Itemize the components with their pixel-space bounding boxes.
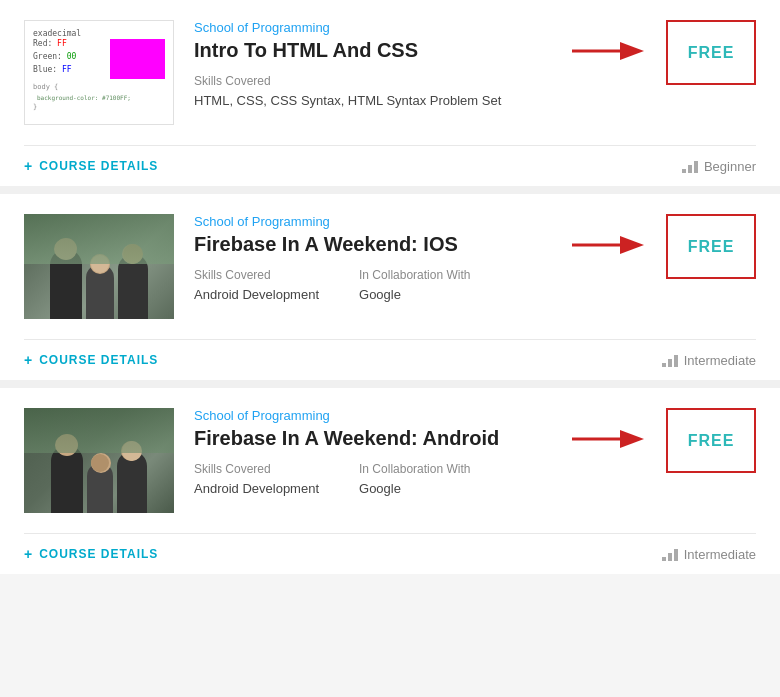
plus-icon-3: + bbox=[24, 546, 33, 562]
course-details-label-3: COURSE DETAILS bbox=[39, 547, 158, 561]
bar-3c bbox=[674, 549, 678, 561]
bar-2c bbox=[668, 553, 672, 561]
bar-3 bbox=[694, 161, 698, 173]
school-name-3: School of Programming bbox=[194, 408, 554, 423]
arrow-icon-1 bbox=[570, 36, 650, 70]
level-text-2: Intermediate bbox=[684, 353, 756, 368]
skills-value: HTML, CSS, CSS Syntax, HTML Syntax Probl… bbox=[194, 91, 501, 111]
course-info-html-css: School of Programming Intro To HTML And … bbox=[194, 20, 554, 111]
level-badge-1: Beginner bbox=[682, 159, 756, 174]
course-footer-2: + COURSE DETAILS Intermediate bbox=[24, 339, 756, 380]
plus-icon-1: + bbox=[24, 158, 33, 174]
bar-1 bbox=[682, 169, 686, 173]
course-footer-1: + COURSE DETAILS Beginner bbox=[24, 145, 756, 186]
course-card-html-css: exadecimal Red: FF Green: 00 Blue: FF bo… bbox=[0, 0, 780, 186]
arrow-icon-2 bbox=[570, 230, 650, 264]
free-button-3[interactable]: FREE bbox=[666, 408, 756, 473]
arrow-icon-3 bbox=[570, 424, 650, 458]
course-footer-3: + COURSE DETAILS Intermediate bbox=[24, 533, 756, 574]
bar-1b bbox=[662, 363, 666, 367]
course-list: exadecimal Red: FF Green: 00 Blue: FF bo… bbox=[0, 0, 780, 574]
level-chart-icon-1 bbox=[682, 159, 698, 173]
course-info-firebase-ios: School of Programming Firebase In A Week… bbox=[194, 214, 554, 305]
course-thumbnail-html-css: exadecimal Red: FF Green: 00 Blue: FF bo… bbox=[24, 20, 174, 125]
course-title: Intro To HTML And CSS bbox=[194, 39, 554, 62]
collab-value-2: Google bbox=[359, 285, 470, 305]
course-details-link-3[interactable]: + COURSE DETAILS bbox=[24, 546, 158, 562]
free-button-1[interactable]: FREE bbox=[666, 20, 756, 85]
collab-value-3: Google bbox=[359, 479, 470, 499]
free-button-2[interactable]: FREE bbox=[666, 214, 756, 279]
collab-label-3: In Collaboration With bbox=[359, 462, 470, 476]
level-text-3: Intermediate bbox=[684, 547, 756, 562]
skills-label-2: Skills Covered bbox=[194, 268, 319, 282]
level-badge-3: Intermediate bbox=[662, 547, 756, 562]
course-details-link-2[interactable]: + COURSE DETAILS bbox=[24, 352, 158, 368]
skills-label: Skills Covered bbox=[194, 74, 501, 88]
course-thumbnail-firebase-android bbox=[24, 408, 174, 513]
free-btn-area-3: FREE bbox=[570, 408, 756, 473]
course-details-label-1: COURSE DETAILS bbox=[39, 159, 158, 173]
plus-icon-2: + bbox=[24, 352, 33, 368]
level-chart-icon-3 bbox=[662, 547, 678, 561]
free-btn-area-1: FREE bbox=[570, 20, 756, 85]
school-name: School of Programming bbox=[194, 20, 554, 35]
course-thumbnail-firebase-ios bbox=[24, 214, 174, 319]
separator-2 bbox=[0, 380, 780, 388]
skills-value-3: Android Development bbox=[194, 479, 319, 499]
bar-2 bbox=[688, 165, 692, 173]
course-card-firebase-ios: School of Programming Firebase In A Week… bbox=[0, 194, 780, 380]
bar-3b bbox=[674, 355, 678, 367]
bar-1c bbox=[662, 557, 666, 561]
course-title-2: Firebase In A Weekend: IOS bbox=[194, 233, 554, 256]
free-btn-area-2: FREE bbox=[570, 214, 756, 279]
school-name-2: School of Programming bbox=[194, 214, 554, 229]
level-badge-2: Intermediate bbox=[662, 353, 756, 368]
course-card-firebase-android: School of Programming Firebase In A Week… bbox=[0, 388, 780, 574]
course-details-link-1[interactable]: + COURSE DETAILS bbox=[24, 158, 158, 174]
level-chart-icon-2 bbox=[662, 353, 678, 367]
course-title-3: Firebase In A Weekend: Android bbox=[194, 427, 554, 450]
skills-label-3: Skills Covered bbox=[194, 462, 319, 476]
course-details-label-2: COURSE DETAILS bbox=[39, 353, 158, 367]
course-info-firebase-android: School of Programming Firebase In A Week… bbox=[194, 408, 554, 499]
thumb-hex-label: exadecimal bbox=[33, 29, 165, 38]
separator-1 bbox=[0, 186, 780, 194]
level-text-1: Beginner bbox=[704, 159, 756, 174]
bar-2b bbox=[668, 359, 672, 367]
collab-label-2: In Collaboration With bbox=[359, 268, 470, 282]
skills-value-2: Android Development bbox=[194, 285, 319, 305]
